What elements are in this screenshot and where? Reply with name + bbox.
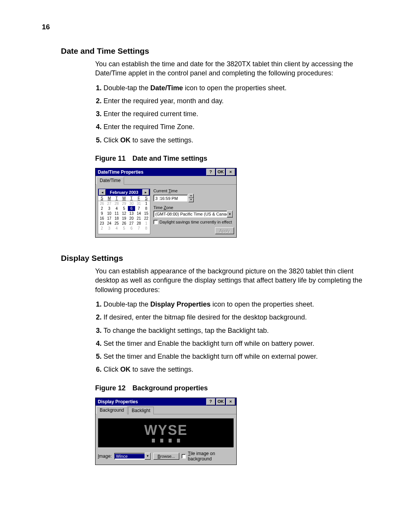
spin-down-icon[interactable]: ▼ — [188, 198, 194, 202]
heading-display: Display Settings — [61, 254, 369, 263]
calendar-day[interactable]: 8 — [143, 226, 150, 231]
calendar-day[interactable]: 13 — [128, 211, 135, 216]
image-value: Wince — [115, 454, 145, 459]
label-accel: Z — [164, 205, 166, 210]
step-text: to save the settings. — [131, 366, 193, 373]
daylight-checkbox[interactable] — [153, 220, 158, 224]
label-text: ile image on background — [188, 451, 215, 462]
display-titlebar[interactable]: Display Properties ? OK × — [96, 398, 236, 406]
steps-display: Double-tap the Display Properties icon t… — [95, 300, 369, 374]
step-1: Double-tap the Display Properties icon t… — [104, 300, 369, 309]
calendar-day[interactable]: 28 — [113, 201, 120, 206]
datetime-tabstrip: Date/Time — [96, 176, 236, 185]
calendar-day[interactable]: 6 — [128, 226, 135, 231]
step-5: Set the timer and Enable the backlight t… — [104, 352, 369, 361]
ok-button[interactable]: OK — [216, 398, 226, 405]
step-text: icon to open the properties sheet. — [183, 84, 287, 92]
datetime-titlebar[interactable]: Date/Time Properties ? OK × — [96, 168, 236, 176]
apply-button[interactable]: Apply — [215, 227, 234, 234]
time-zone-select[interactable]: (GMT-08:00) Pacific Time (US & Canada) ▼ — [153, 211, 233, 217]
label-text: ime — [171, 189, 178, 193]
calendar-day[interactable]: 23 — [98, 221, 105, 226]
calendar-day[interactable]: 30 — [128, 201, 135, 206]
calendar-day[interactable]: 1 — [143, 221, 150, 226]
time-input[interactable]: 3 :16:59 PM — [153, 195, 188, 201]
calendar-day[interactable]: 9 — [98, 211, 105, 216]
calendar-day[interactable]: 10 — [105, 211, 113, 216]
tile-checkbox[interactable] — [182, 454, 186, 459]
calendar-row: 2324252627281 — [98, 221, 150, 226]
background-preview: WYSE — [98, 418, 234, 448]
spin-up-icon[interactable]: ▲ — [188, 194, 194, 198]
calendar-day[interactable]: 7 — [135, 226, 142, 231]
calendar-day[interactable]: 28 — [135, 221, 142, 226]
ok-button[interactable]: OK — [216, 169, 226, 176]
calendar-day[interactable]: 11 — [113, 211, 120, 216]
calendar-day[interactable]: 5 — [120, 226, 127, 231]
calendar-day[interactable]: 18 — [113, 216, 120, 221]
calendar-day[interactable]: 27 — [105, 201, 113, 206]
caption-text: Date and Time settings — [132, 155, 207, 162]
display-tabstrip: Background Backlight — [96, 406, 236, 414]
calendar-day[interactable]: 3 — [105, 226, 113, 231]
tab-background[interactable]: Background — [96, 406, 127, 414]
help-button[interactable]: ? — [206, 169, 215, 176]
calendar-day[interactable]: 4 — [113, 206, 120, 211]
calendar-day[interactable]: 31 — [135, 201, 142, 206]
calendar-day[interactable]: 25 — [113, 221, 120, 226]
dow: S — [98, 196, 105, 201]
calendar-day[interactable]: 2 — [98, 226, 105, 231]
step-text-bold: OK — [120, 366, 131, 373]
calendar-day[interactable]: 12 — [120, 211, 127, 216]
browse-button[interactable]: Browse... — [153, 453, 179, 460]
figure-11-caption: Figure 11Date and Time settings — [95, 155, 369, 163]
dropdown-icon[interactable]: ▼ — [145, 453, 151, 460]
calendar[interactable]: ◄ February 2003 ► S M T W T F — [98, 189, 150, 234]
calendar-day[interactable]: 27 — [128, 221, 135, 226]
step-text-bold: Date/Time — [150, 84, 183, 92]
calendar-day[interactable]: 3 — [105, 206, 113, 211]
calendar-day[interactable]: 26 — [120, 221, 127, 226]
calendar-day[interactable]: 19 — [120, 216, 127, 221]
calendar-day[interactable]: 5 — [120, 206, 127, 211]
current-time-label: Current Time — [153, 189, 234, 193]
calendar-day[interactable]: 4 — [113, 226, 120, 231]
calendar-day[interactable]: 22 — [143, 216, 150, 221]
dropdown-icon[interactable]: ▼ — [227, 211, 233, 217]
tab-date-time[interactable]: Date/Time — [96, 177, 124, 185]
tab-backlight[interactable]: Backlight — [128, 407, 154, 414]
step-text-bold: OK — [120, 136, 131, 144]
calendar-day[interactable]: 26 — [98, 201, 105, 206]
image-select[interactable]: Wince ▼ — [114, 453, 151, 460]
time-spinner[interactable]: ▲ ▼ — [188, 194, 194, 202]
calendar-day[interactable]: 7 — [135, 206, 142, 211]
image-label: Image: — [98, 454, 112, 459]
calendar-day[interactable]: 20 — [128, 216, 135, 221]
step-3: To change the backlight settings, tap th… — [104, 326, 369, 335]
step-text: Click — [104, 366, 120, 373]
calendar-day[interactable]: 15 — [143, 211, 150, 216]
label-accel: T — [188, 451, 191, 456]
calendar-next-button[interactable]: ► — [142, 189, 149, 195]
calendar-day[interactable]: 1 — [143, 201, 150, 206]
figure-12-caption: Figure 12Background properties — [95, 384, 369, 392]
dow: M — [105, 196, 113, 201]
caption-num: Figure 11 — [95, 155, 126, 162]
heading-date-time: Date and Time Settings — [61, 46, 369, 56]
label-accel: D — [159, 220, 162, 224]
calendar-day[interactable]: 14 — [135, 211, 142, 216]
close-button[interactable]: × — [226, 169, 235, 176]
close-button[interactable]: × — [226, 398, 235, 405]
calendar-day[interactable]: 21 — [135, 216, 142, 221]
help-button[interactable]: ? — [206, 398, 215, 405]
calendar-prev-button[interactable]: ◄ — [99, 189, 106, 195]
calendar-day[interactable]: 29 — [120, 201, 127, 206]
calendar-row: 2345678 — [98, 226, 150, 231]
calendar-day[interactable]: 6 — [128, 206, 135, 211]
calendar-day[interactable]: 24 — [105, 221, 113, 226]
calendar-day[interactable]: 8 — [143, 206, 150, 211]
calendar-day[interactable]: 17 — [105, 216, 113, 221]
calendar-day[interactable]: 16 — [98, 216, 105, 221]
label-text: one — [166, 205, 173, 210]
calendar-day[interactable]: 2 — [98, 206, 105, 211]
